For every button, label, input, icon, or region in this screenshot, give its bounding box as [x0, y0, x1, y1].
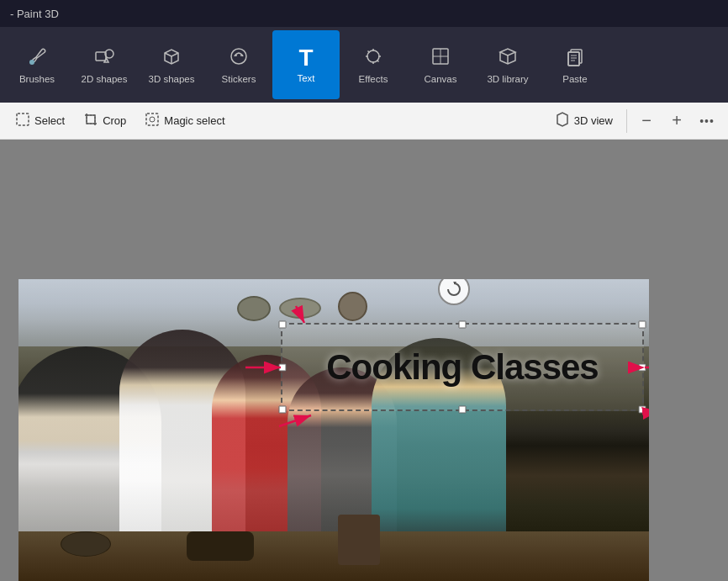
tool-canvas[interactable]: Canvas	[407, 30, 474, 99]
bowl	[61, 531, 111, 557]
svg-point-6	[235, 55, 237, 56]
crop-label: Crop	[103, 114, 126, 127]
svg-point-5	[231, 49, 246, 64]
canvas-label: Canvas	[425, 74, 457, 84]
tool-3d-library[interactable]: 3D library	[474, 30, 541, 99]
pan3	[338, 292, 367, 321]
3d-view-label: 3D view	[574, 114, 613, 127]
tool-stickers[interactable]: Stickers	[205, 30, 272, 99]
brushes-label: Brushes	[19, 74, 55, 84]
tool-brushes[interactable]: Brushes	[3, 30, 71, 99]
handle-mr[interactable]	[639, 363, 646, 371]
svg-rect-27	[146, 114, 158, 125]
crop-button[interactable]: Crop	[75, 107, 135, 135]
effects-label: Effects	[359, 74, 388, 84]
tool-effects[interactable]: Effects	[340, 30, 407, 99]
more-button[interactable]: •••	[693, 107, 721, 135]
svg-point-0	[29, 60, 34, 65]
handle-ml[interactable]	[279, 363, 287, 371]
handle-tr[interactable]	[639, 321, 646, 329]
titlebar: - Paint 3D	[0, 0, 728, 27]
svg-rect-1	[96, 52, 106, 61]
effects-icon	[362, 45, 384, 71]
rotate-icon	[446, 281, 462, 298]
pan1	[237, 296, 271, 321]
stickers-label: Stickers	[222, 74, 256, 84]
3d-library-label: 3D library	[487, 74, 528, 84]
paste-label: Paste	[562, 74, 587, 84]
tool-3d-shapes[interactable]: 3D shapes	[138, 30, 205, 99]
handle-bl[interactable]	[279, 406, 287, 414]
3d-view-button[interactable]: 3D view	[546, 107, 621, 135]
magic-select-icon	[145, 112, 160, 130]
magic-select-button[interactable]: Magic select	[136, 107, 233, 135]
handle-br[interactable]	[639, 406, 646, 414]
svg-rect-26	[87, 115, 95, 124]
svg-point-28	[150, 117, 155, 122]
tool-paste[interactable]: Paste	[541, 30, 609, 99]
cooking-classes-text: Cooking Classes	[326, 347, 598, 388]
select-icon	[15, 112, 30, 130]
zoom-out-button[interactable]: −	[632, 107, 661, 135]
3d-view-icon	[555, 112, 570, 130]
3d-library-icon	[497, 45, 519, 71]
select-label: Select	[34, 114, 65, 127]
stickers-icon	[228, 45, 250, 71]
canvas-area[interactable]: Cooking Classes	[0, 140, 728, 581]
main-toolbar: Brushes 2D shapes 3D shapes	[0, 27, 728, 103]
select-button[interactable]: Select	[7, 107, 73, 135]
canvas-icon	[430, 45, 451, 71]
pan-counter	[187, 531, 254, 561]
zoom-out-icon: −	[641, 111, 652, 130]
counter	[18, 531, 649, 581]
handle-tl[interactable]	[279, 321, 287, 329]
tool-text[interactable]: T Text	[272, 30, 340, 99]
app-title: - Paint 3D	[10, 8, 59, 20]
crop-icon	[83, 112, 98, 130]
svg-line-13	[368, 51, 370, 53]
brushes-icon	[26, 45, 48, 71]
bottle	[338, 515, 380, 565]
svg-line-14	[377, 60, 378, 61]
pan2	[279, 298, 321, 319]
tool-2d-shapes[interactable]: 2D shapes	[71, 30, 138, 99]
svg-rect-25	[17, 114, 29, 125]
2d-shapes-label: 2D shapes	[82, 74, 128, 84]
2d-shapes-icon	[93, 45, 115, 71]
separator	[626, 109, 627, 133]
more-icon: •••	[699, 114, 715, 128]
3d-shapes-icon	[161, 45, 182, 71]
toolbar2-right: 3D view − + •••	[546, 107, 721, 135]
handle-tm[interactable]	[459, 321, 467, 329]
svg-rect-20	[568, 52, 579, 66]
text-icon: T	[298, 46, 313, 70]
secondary-toolbar: Select Crop Magic select	[0, 103, 728, 140]
text-label: Text	[297, 73, 314, 83]
text-selection-box[interactable]: Cooking Classes	[281, 323, 644, 411]
3d-shapes-label: 3D shapes	[149, 74, 195, 84]
zoom-in-icon: +	[672, 111, 682, 130]
magic-select-label: Magic select	[164, 114, 224, 127]
handle-bm[interactable]	[459, 406, 467, 414]
svg-marker-29	[557, 113, 567, 126]
svg-point-7	[240, 55, 242, 56]
painting-canvas[interactable]: Cooking Classes	[18, 279, 649, 581]
paste-icon	[564, 45, 586, 71]
zoom-in-button[interactable]: +	[662, 107, 691, 135]
